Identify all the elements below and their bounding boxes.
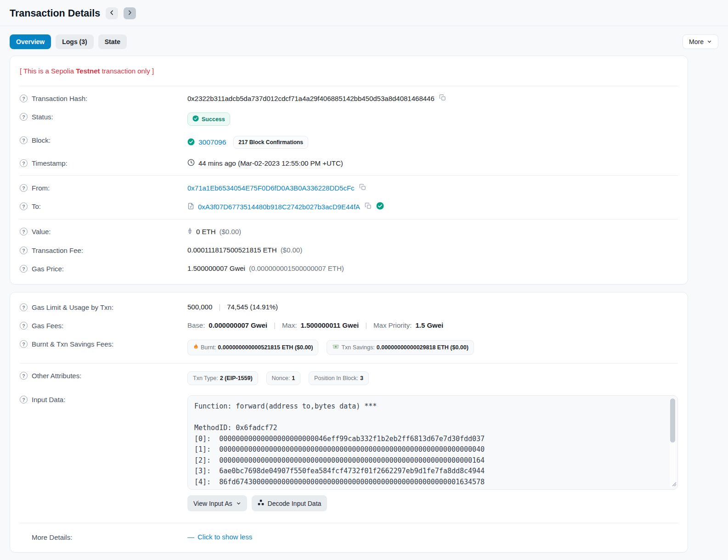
- details-card: ? Gas Limit & Usage by Txn: 500,000 | 74…: [10, 292, 688, 553]
- eth-icon: [187, 227, 192, 236]
- timestamp-row: ? Timestamp: 44 mins ago (Mar-02-2023 12…: [20, 154, 678, 173]
- more-dropdown-button[interactable]: More: [683, 34, 718, 49]
- help-icon[interactable]: ?: [20, 265, 28, 273]
- txn-type-value: 2 (EIP-1559): [220, 375, 253, 381]
- fire-icon: [193, 343, 199, 352]
- decode-blocks-icon: [258, 499, 264, 507]
- copy-to-address-button[interactable]: [364, 202, 372, 211]
- gas-limit-value: 500,000: [187, 303, 212, 311]
- transaction-fee-amount: 0.000111817500521815 ETH: [187, 246, 277, 254]
- check-circle-icon: [192, 115, 199, 123]
- block-number-link[interactable]: 3007096: [198, 138, 226, 146]
- view-input-as-button[interactable]: View Input As: [187, 495, 247, 511]
- tab-logs[interactable]: Logs (3): [56, 34, 93, 49]
- gas-price-amount: 1.500000007 Gwei: [187, 264, 245, 272]
- transaction-hash-value: 0x2322b311adcb5da737d012cdcf71a4a29f4068…: [187, 95, 435, 102]
- separator: |: [216, 303, 223, 311]
- status-badge: Success: [187, 112, 230, 126]
- contract-icon: [187, 202, 194, 211]
- value-label: Value:: [32, 228, 51, 235]
- other-attributes-label: Other Attributes:: [32, 372, 81, 380]
- timestamp-value: 44 mins ago (Mar-02-2023 12:55:00 PM +UT…: [198, 159, 343, 167]
- transaction-fee-label: Transaction Fee:: [32, 246, 83, 254]
- tab-state[interactable]: State: [98, 34, 127, 49]
- page-title: Transaction Details: [10, 8, 100, 19]
- input-data-line: [0]: 00000000000000000000000046eff99cab3…: [194, 434, 664, 445]
- input-data-textarea[interactable]: Function: forward(address to,bytes data)…: [187, 395, 678, 490]
- page-header: Transaction Details: [0, 0, 728, 26]
- value-amount: 0 ETH: [196, 228, 216, 235]
- warning-bold: Testnet: [76, 67, 100, 75]
- help-icon[interactable]: ?: [20, 228, 28, 235]
- verified-check-icon: [376, 202, 384, 211]
- help-icon[interactable]: ?: [20, 372, 28, 380]
- gas-limit-usage-row: ? Gas Limit & Usage by Txn: 500,000 | 74…: [20, 298, 678, 316]
- clock-icon: [187, 159, 195, 168]
- chevron-down-icon: [236, 500, 241, 507]
- help-icon[interactable]: ?: [20, 202, 28, 210]
- txn-savings-badge: Txn Savings: 0.00000000000029818 ETH ($0…: [327, 340, 474, 355]
- resize-handle-icon[interactable]: [672, 480, 677, 488]
- input-data-line: [1]: 00000000000000000000000000000000000…: [194, 444, 664, 455]
- chevron-down-icon: [707, 38, 712, 45]
- next-transaction-button[interactable]: [124, 7, 136, 19]
- help-icon[interactable]: ?: [20, 184, 28, 192]
- burnt-label: Burnt:: [201, 344, 216, 351]
- input-data-row: ? Input Data: Function: forward(address …: [20, 390, 678, 516]
- scrollbar-thumb[interactable]: [670, 398, 675, 442]
- chevron-right-icon: [127, 10, 133, 17]
- show-less-label: Click to show less: [198, 533, 252, 541]
- click-to-show-less-link[interactable]: —Click to show less: [187, 533, 252, 541]
- txn-type-badge: Txn Type: 2 (EIP-1559): [187, 371, 258, 385]
- divider: [20, 523, 678, 523]
- input-data-scrollbar[interactable]: [670, 398, 676, 487]
- block-label: Block:: [32, 136, 51, 144]
- gas-price-label: Gas Price:: [32, 265, 64, 273]
- max-fee-value: 1.500000011 Gwei: [300, 321, 359, 329]
- to-label: To:: [32, 202, 41, 210]
- input-data-label: Input Data:: [32, 396, 65, 403]
- help-icon[interactable]: ?: [20, 396, 28, 403]
- txn-type-label: Txn Type:: [193, 375, 218, 381]
- from-address-link[interactable]: 0x71a1Eb6534054E75F0D6fD0A3B0A336228DD5c…: [187, 184, 355, 192]
- gas-price-alt: (0.000000001500000007 ETH): [249, 264, 344, 272]
- transaction-hash-row: ? Transaction Hash: 0x2322b311adcb5da737…: [20, 89, 678, 107]
- other-attributes-row: ? Other Attributes: Txn Type: 2 (EIP-155…: [20, 366, 678, 390]
- decode-input-data-button[interactable]: Decode Input Data: [252, 495, 327, 511]
- gas-usage-value: 74,545 (14.91%): [227, 303, 278, 311]
- testnet-warning: [ This is a Sepolia Testnet transaction …: [20, 62, 678, 83]
- help-icon[interactable]: ?: [20, 340, 28, 348]
- help-icon[interactable]: ?: [20, 322, 28, 330]
- help-icon[interactable]: ?: [20, 246, 28, 254]
- txn-savings-value: 0.00000000000029818 ETH ($0.00): [377, 344, 468, 351]
- block-row: ? Block: 3007096 217 Block Confirmations: [20, 131, 678, 154]
- header-divider: [0, 26, 728, 26]
- help-icon[interactable]: ?: [20, 136, 28, 144]
- input-data-line: [5]: 543a0000000000000000000000000000000…: [194, 487, 664, 490]
- max-priority-value: 1.5 Gwei: [415, 321, 443, 329]
- help-icon[interactable]: ?: [20, 159, 28, 167]
- burnt-fees-badge: Burnt: 0.000000000000521815 ETH ($0.00): [187, 340, 318, 355]
- more-label: More: [689, 38, 704, 45]
- value-row: ? Value: 0 ETH ($0.00): [20, 222, 678, 241]
- help-icon[interactable]: ?: [20, 95, 28, 102]
- transaction-fee-row: ? Transaction Fee: 0.000111817500521815 …: [20, 241, 678, 259]
- input-data-line: Function: forward(address to,bytes data)…: [194, 401, 664, 412]
- max-fee-label: Max:: [282, 321, 297, 329]
- warning-prefix: [ This is a Sepolia: [20, 67, 76, 75]
- separator: |: [271, 321, 278, 329]
- status-label: Status:: [32, 113, 53, 121]
- view-input-as-label: View Input As: [193, 500, 232, 507]
- tab-bar: Overview Logs (3) State More: [10, 34, 718, 49]
- status-row: ? Status: Success: [20, 107, 678, 131]
- input-data-line: MethodID: 0x6fadcf72: [194, 423, 664, 434]
- chevron-left-icon: [109, 10, 115, 17]
- previous-transaction-button[interactable]: [106, 7, 118, 19]
- help-icon[interactable]: ?: [20, 113, 28, 121]
- copy-from-address-button[interactable]: [358, 184, 367, 192]
- transaction-hash-label: Transaction Hash:: [32, 95, 87, 102]
- to-address-link[interactable]: 0xA3f07D6773514480b918C2742b027b3acD9E44…: [198, 203, 360, 211]
- copy-hash-button[interactable]: [438, 94, 447, 102]
- tab-overview[interactable]: Overview: [10, 34, 51, 49]
- help-icon[interactable]: ?: [20, 303, 28, 311]
